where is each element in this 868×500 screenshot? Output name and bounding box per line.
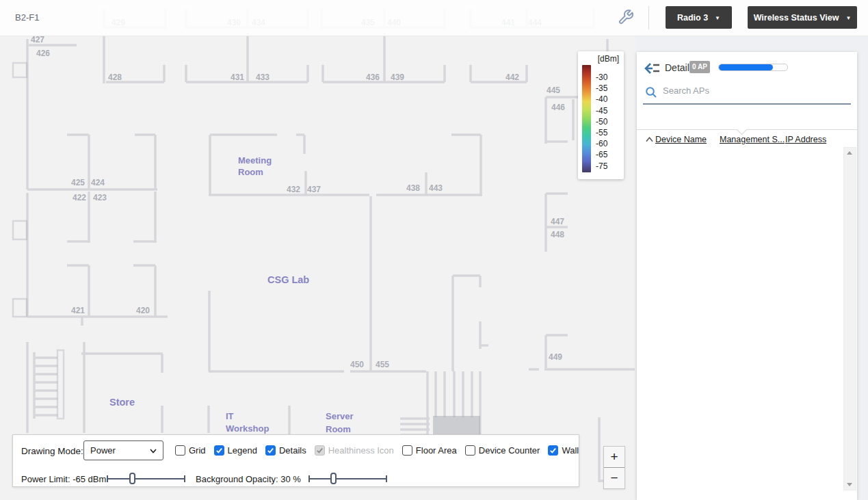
zoom-in-button[interactable]: + bbox=[604, 447, 624, 468]
check-icon bbox=[549, 447, 557, 454]
header-notch bbox=[737, 124, 748, 135]
search-icon bbox=[645, 86, 657, 98]
checkbox-box[interactable] bbox=[214, 445, 224, 456]
room-number-label: 445 bbox=[547, 85, 560, 95]
room-number-label: 446 bbox=[551, 103, 565, 112]
floor-plan: 4294304344354404414444274264284314334364… bbox=[0, 0, 635, 500]
room-number-label: 439 bbox=[391, 73, 404, 82]
legend-tick: -45 bbox=[596, 105, 607, 116]
floor-label: B2-F1 bbox=[15, 12, 39, 23]
checkbox-floor-area[interactable]: Floor Area bbox=[402, 445, 457, 456]
checkbox-label: Legend bbox=[228, 445, 257, 456]
scroll-up-icon[interactable] bbox=[847, 151, 852, 155]
checkbox-box[interactable] bbox=[265, 445, 276, 456]
legend-title: [dBm] bbox=[598, 54, 619, 64]
background-opacity-slider-thumb[interactable] bbox=[330, 473, 337, 484]
zoom-out-button[interactable]: − bbox=[604, 468, 624, 488]
column-header-management-s[interactable]: Management S... bbox=[720, 135, 785, 144]
door-rect bbox=[13, 221, 27, 239]
collapse-panel-icon[interactable] bbox=[644, 60, 661, 77]
room-number-label: 426 bbox=[36, 49, 50, 58]
view-dropdown-label: Wireless Status View bbox=[754, 13, 839, 23]
room-name-label: Room bbox=[326, 424, 351, 434]
chevron-down-icon: ▼ bbox=[715, 15, 720, 21]
checkbox-box[interactable] bbox=[548, 445, 558, 456]
room-name-label: IT bbox=[226, 411, 234, 421]
checkbox-label: Healthiness Icon bbox=[328, 445, 394, 456]
toolbar-checkbox-row: GridLegendDetailsHealthiness IconFloor A… bbox=[175, 440, 579, 460]
scroll-down-icon[interactable] bbox=[847, 483, 852, 486]
chevron-down-icon: ▼ bbox=[845, 15, 851, 21]
background-opacity-slider[interactable] bbox=[308, 473, 387, 485]
room-number-label: 428 bbox=[108, 73, 122, 82]
checkbox-wall[interactable]: Wall bbox=[548, 445, 579, 456]
room-number-label: 431 bbox=[231, 73, 244, 82]
room-number-label: 447 bbox=[551, 217, 564, 226]
room-number-label: 427 bbox=[31, 35, 44, 44]
chevron-down-icon bbox=[149, 447, 157, 455]
room-number-label: 432 bbox=[287, 185, 300, 194]
ap-count-badge: 0 AP bbox=[689, 61, 710, 73]
door-rect bbox=[13, 63, 27, 77]
dbm-legend: [dBm] -30-35-40-45-50-55-60-65-75 bbox=[578, 51, 624, 179]
room-number-label: 422 bbox=[73, 193, 86, 202]
room-name-label: Workshop bbox=[226, 423, 269, 434]
progress-bar bbox=[718, 64, 788, 71]
sort-caret-icon bbox=[646, 137, 653, 142]
floor-plan-map[interactable]: 4294304344354404414444274264284314334364… bbox=[0, 0, 635, 500]
checkbox-label: Floor Area bbox=[416, 445, 457, 456]
map-zoom-controls: + − bbox=[603, 446, 625, 489]
door-rect bbox=[13, 299, 27, 317]
checkbox-legend[interactable]: Legend bbox=[214, 445, 257, 456]
room-number-label: 449 bbox=[549, 352, 562, 362]
room-number-label: 437 bbox=[307, 185, 321, 194]
checkbox-grid[interactable]: Grid bbox=[175, 445, 206, 456]
room-number-label: 433 bbox=[256, 73, 269, 82]
column-header-ip-address[interactable]: IP Address bbox=[785, 135, 826, 144]
checkbox-label: Details bbox=[279, 445, 306, 456]
search-underline bbox=[643, 103, 851, 105]
room-number-label: 450 bbox=[350, 360, 364, 369]
progress-bar-fill bbox=[719, 64, 773, 70]
legend-tick-labels: -30-35-40-45-50-55-60-65-75 bbox=[596, 72, 607, 172]
check-icon bbox=[316, 447, 324, 454]
room-number-label: 455 bbox=[376, 360, 389, 369]
view-dropdown-button[interactable]: Wireless Status View ▼ bbox=[748, 6, 857, 29]
checkbox-label: Device Counter bbox=[479, 445, 540, 456]
checkbox-healthiness-icon: Healthiness Icon bbox=[315, 445, 394, 456]
top-bar-divider bbox=[648, 6, 649, 29]
legend-tick: -55 bbox=[596, 127, 607, 138]
search-input[interactable] bbox=[661, 85, 815, 96]
panel-scrollbar[interactable] bbox=[843, 147, 856, 490]
room-number-label: 448 bbox=[551, 230, 564, 239]
room-number-label: 442 bbox=[505, 73, 519, 82]
power-limit-slider[interactable] bbox=[107, 473, 185, 485]
wrench-icon[interactable] bbox=[618, 9, 634, 25]
legend-tick: -40 bbox=[596, 94, 607, 105]
checkbox-box[interactable] bbox=[402, 445, 412, 456]
checkbox-box[interactable] bbox=[175, 445, 185, 456]
room-name-label: CSG Lab bbox=[267, 274, 309, 285]
room-number-label: 436 bbox=[366, 73, 380, 82]
door-rect bbox=[57, 350, 64, 419]
legend-tick: -50 bbox=[596, 116, 607, 127]
checkbox-box[interactable] bbox=[465, 445, 475, 456]
radio-dropdown-button[interactable]: Radio 3 ▼ bbox=[666, 6, 732, 29]
drawing-mode-select[interactable]: Power bbox=[83, 440, 163, 460]
legend-tick: -35 bbox=[596, 83, 607, 94]
column-header-device-name[interactable]: Device Name bbox=[655, 135, 707, 144]
checkbox-box bbox=[315, 445, 325, 456]
checkbox-details[interactable]: Details bbox=[265, 445, 306, 456]
check-icon bbox=[215, 447, 223, 454]
drawing-toolbar: Drawing Mode: Power GridLegendDetailsHea… bbox=[12, 434, 579, 487]
details-panel: Details 0 AP Device NameManagement S...I… bbox=[637, 52, 857, 500]
room-name-label: Store bbox=[109, 397, 135, 408]
power-limit-label: Power Limit: -65 dBm bbox=[21, 474, 106, 484]
app-window: 4294304344354404414444274264284314334364… bbox=[0, 0, 868, 500]
room-number-label: 421 bbox=[71, 306, 85, 315]
checkbox-label: Wall bbox=[562, 445, 579, 456]
checkbox-label: Grid bbox=[189, 445, 206, 456]
checkbox-device-counter[interactable]: Device Counter bbox=[465, 445, 540, 456]
drawing-mode-value: Power bbox=[90, 445, 116, 456]
power-limit-slider-thumb[interactable] bbox=[129, 473, 135, 484]
